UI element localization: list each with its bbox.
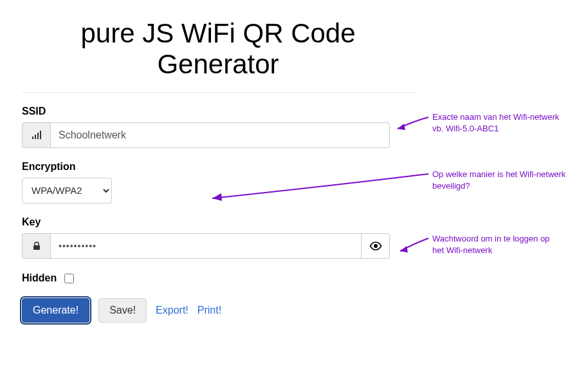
button-row: Generate! Save! Export! Print! xyxy=(22,298,414,323)
svg-rect-2 xyxy=(37,133,39,139)
save-button[interactable]: Save! xyxy=(98,298,147,323)
signal-icon xyxy=(22,122,50,148)
lock-icon xyxy=(22,233,50,259)
divider xyxy=(22,92,414,93)
print-link[interactable]: Print! xyxy=(198,305,221,316)
hidden-checkbox[interactable] xyxy=(64,274,74,283)
svg-rect-1 xyxy=(35,135,36,139)
svg-point-5 xyxy=(374,244,378,248)
svg-rect-4 xyxy=(33,245,40,250)
ssid-label: SSID xyxy=(22,106,414,117)
svg-rect-3 xyxy=(40,131,41,139)
key-label: Key xyxy=(22,216,414,228)
annotation-encryption: Op welke manier is het Wifi-netwerk beve… xyxy=(432,169,565,191)
form-container: pure JS WiFi QR Code Generator SSID Encr… xyxy=(22,0,414,323)
key-group: •••••••••• xyxy=(22,233,390,259)
ssid-group xyxy=(22,122,390,148)
key-input[interactable]: •••••••••• xyxy=(50,233,362,259)
encryption-select[interactable]: WPA/WPA2 xyxy=(22,178,112,203)
key-masked-value: •••••••••• xyxy=(59,241,96,251)
encryption-label: Encryption xyxy=(22,161,414,173)
export-link[interactable]: Export! xyxy=(156,305,188,316)
ssid-input[interactable] xyxy=(50,122,390,148)
hidden-row: Hidden xyxy=(22,272,414,285)
eye-icon[interactable] xyxy=(362,233,390,259)
page-title: pure JS WiFi QR Code Generator xyxy=(22,18,414,80)
annotation-key: Wachtwoord om in te loggen op het Wifi-n… xyxy=(432,233,549,256)
generate-button[interactable]: Generate! xyxy=(22,298,89,323)
annotation-ssid: Exacte naam van het Wifi-netwerk vb. Wif… xyxy=(432,111,559,134)
hidden-label: Hidden xyxy=(22,272,57,284)
svg-rect-0 xyxy=(32,137,33,139)
